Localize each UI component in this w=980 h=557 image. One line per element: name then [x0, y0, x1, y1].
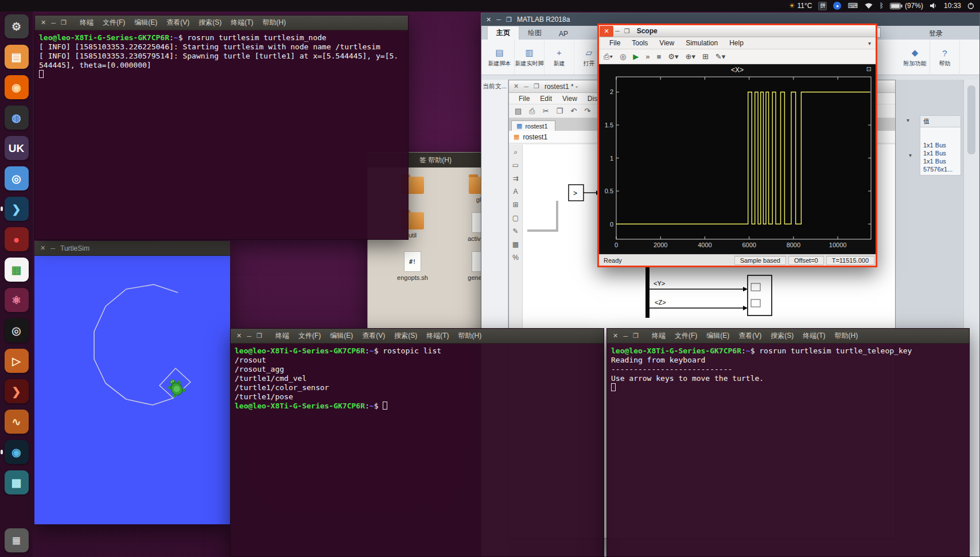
- power-icon[interactable]: [967, 2, 974, 9]
- menu-item[interactable]: File: [604, 39, 626, 47]
- minimize-icon[interactable]: ─: [50, 245, 55, 252]
- cut-icon[interactable]: ✂: [543, 107, 549, 115]
- battery-indicator[interactable]: (97%): [890, 2, 923, 10]
- stop-icon[interactable]: ■: [656, 52, 661, 61]
- menu-item[interactable]: 文件(F): [98, 18, 130, 28]
- minimize-icon[interactable]: ─: [496, 16, 501, 23]
- clock[interactable]: 10:33: [944, 2, 961, 10]
- zoom-icon[interactable]: ⊕▾: [686, 52, 695, 61]
- menu-item[interactable]: 编辑(E): [325, 331, 357, 341]
- close-icon[interactable]: ✕: [236, 332, 242, 340]
- menu-item[interactable]: 终端(T): [226, 18, 258, 28]
- box-icon[interactable]: ▢: [512, 214, 519, 222]
- bluetooth-icon[interactable]: ᛒ: [880, 2, 884, 10]
- turtlesim-titlebar[interactable]: ✕ ─ TurtleSim: [34, 241, 230, 256]
- menu-item[interactable]: 查看(V): [162, 18, 194, 28]
- dock-item-terminal[interactable]: ❯: [5, 197, 29, 221]
- ribbon-button-附加功能[interactable]: ◆附加功能: [900, 40, 930, 75]
- menu-item[interactable]: 终端: [271, 331, 294, 341]
- open-icon[interactable]: ▤: [515, 107, 522, 115]
- pencil-icon[interactable]: ✎: [512, 227, 518, 235]
- wifi-icon[interactable]: [864, 2, 873, 9]
- menu-item[interactable]: File: [514, 95, 535, 103]
- file-item-engopts.sh[interactable]: #!engopts.sh: [384, 251, 441, 281]
- close-icon[interactable]: ✕: [600, 26, 613, 37]
- ribbon-button-新建实时脚本[interactable]: ▥新建实时脚本: [515, 40, 545, 75]
- menu-item[interactable]: 编辑(E): [702, 331, 734, 341]
- terminal-body[interactable]: leo@leo-X8Ti-G-Series-GK7CP6R:~$ rostopi…: [231, 344, 604, 414]
- menu-item[interactable]: 搜索(S): [194, 18, 226, 28]
- menu-item[interactable]: Tools: [626, 39, 654, 47]
- tab-主页[interactable]: 主页: [487, 26, 519, 40]
- percent-icon[interactable]: %: [512, 254, 519, 262]
- dock-item-video-app[interactable]: ▷: [5, 349, 29, 373]
- signal-icon[interactable]: ⇉: [512, 174, 518, 182]
- terminal-body[interactable]: leo@leo-X8Ti-G-Series-GK7CP6R:~$ rosrun …: [607, 344, 969, 395]
- menu-fragment[interactable]: 签 帮助(H): [419, 155, 452, 165]
- menu-item[interactable]: 搜索(S): [766, 331, 798, 341]
- dock-item-trash[interactable]: ≣: [5, 528, 29, 552]
- pan-icon[interactable]: ⊞: [702, 52, 709, 61]
- run-icon[interactable]: ▶: [633, 52, 639, 61]
- ribbon-button-新建[interactable]: +新建: [545, 40, 574, 75]
- weather-indicator[interactable]: ☀ 11°C: [789, 2, 812, 10]
- menu-item[interactable]: 终端(T): [422, 331, 453, 341]
- step-forward-icon[interactable]: »: [645, 52, 650, 61]
- keyboard-icon[interactable]: ⌨: [847, 2, 857, 10]
- input-method-icon[interactable]: 拼: [818, 2, 827, 10]
- dock-item-camera-app[interactable]: ◎: [5, 318, 29, 342]
- fcitx-icon[interactable]: ●: [833, 2, 841, 10]
- dock-item-files[interactable]: ▤: [5, 45, 29, 69]
- signin-button[interactable]: 登录: [929, 29, 943, 38]
- menu-item[interactable]: 查看(V): [357, 331, 390, 341]
- print-icon[interactable]: ⎙▾: [604, 52, 613, 61]
- dock-item-audio-app[interactable]: ∿: [5, 410, 29, 434]
- menu-item[interactable]: 帮助(H): [830, 331, 863, 341]
- menu-item[interactable]: View: [654, 39, 680, 47]
- dock-item-firefox[interactable]: ◉: [5, 75, 29, 99]
- menu-item[interactable]: 帮助(H): [454, 331, 487, 341]
- ribbon-button-帮助[interactable]: ?帮助: [930, 40, 960, 75]
- dock-item-shell[interactable]: ❯: [5, 379, 29, 403]
- maximize-icon[interactable]: ❐: [256, 332, 262, 340]
- close-icon[interactable]: ✕: [613, 332, 618, 340]
- close-icon[interactable]: ✕: [514, 83, 519, 90]
- dock-item-media-player[interactable]: ◍: [5, 106, 29, 130]
- print-icon[interactable]: ⎙: [529, 107, 535, 116]
- menu-item[interactable]: 文件(F): [670, 331, 702, 341]
- menu-item[interactable]: Edit: [535, 95, 557, 103]
- terminal-titlebar[interactable]: ✕ ─ ❐ 终端文件(F)编辑(E)查看(V)搜索(S)终端(T)帮助(H): [35, 15, 408, 30]
- minimize-icon[interactable]: ─: [247, 333, 251, 340]
- menu-item[interactable]: 编辑(E): [130, 18, 162, 28]
- config-icon[interactable]: ⚙▾: [668, 52, 678, 61]
- undo-icon[interactable]: ↶: [570, 107, 577, 115]
- menu-item[interactable]: 帮助(H): [258, 18, 291, 28]
- bus-bar[interactable]: [645, 262, 650, 318]
- menu-item[interactable]: 搜索(S): [390, 331, 422, 341]
- maximize-icon[interactable]: ❐: [506, 16, 512, 24]
- model-tab[interactable]: ▦ rostest1: [511, 120, 555, 131]
- measurements-icon[interactable]: ✎▾: [715, 52, 725, 61]
- menu-item[interactable]: 终端: [647, 331, 670, 341]
- grid-icon[interactable]: ▦: [512, 240, 519, 248]
- menu-item[interactable]: Help: [724, 39, 749, 47]
- menu-item[interactable]: 终端: [75, 18, 98, 28]
- dock-item-node-editor[interactable]: ⚛: [5, 288, 29, 312]
- menu-item[interactable]: 查看(V): [734, 331, 766, 341]
- dock-item-matlab[interactable]: ◉: [5, 440, 29, 464]
- terminal-body[interactable]: leo@leo-X8Ti-G-Series-GK7CP6R:~$ rosrun …: [35, 30, 408, 82]
- minimize-icon[interactable]: ─: [51, 20, 56, 26]
- highlight-icon[interactable]: ◎: [620, 52, 626, 61]
- dock-item-screenshot-tool[interactable]: ◎: [5, 166, 29, 190]
- zoom-icon[interactable]: ⌕: [514, 148, 518, 156]
- area-icon[interactable]: ⊞: [512, 201, 518, 209]
- maximize-icon[interactable]: ❐: [534, 83, 539, 90]
- scope-block[interactable]: [748, 275, 772, 315]
- dock-item-screen-recorder[interactable]: ●: [5, 227, 29, 251]
- minimize-icon[interactable]: ─: [623, 333, 628, 340]
- close-icon[interactable]: ✕: [40, 244, 45, 252]
- maximize-icon[interactable]: ❐: [633, 332, 639, 340]
- scope-plot-area[interactable]: <X> ⊡ 020004000600080001000000.511.52: [599, 64, 876, 254]
- menu-item[interactable]: 终端(T): [798, 331, 830, 341]
- maximize-icon[interactable]: ❐: [624, 28, 630, 35]
